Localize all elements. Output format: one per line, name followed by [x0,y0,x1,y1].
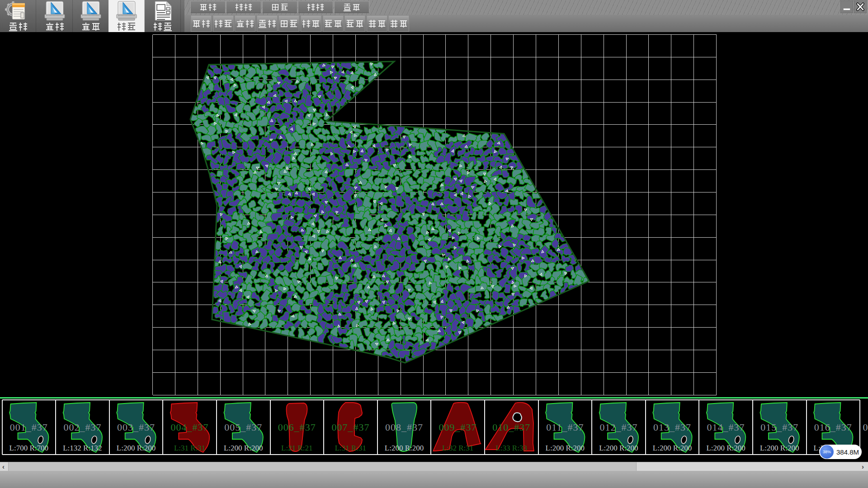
svg-text:0: 0 [863,422,868,433]
svg-text:L:200 R:200: L:200 R:200 [599,444,638,452]
svg-text:006_#37: 006_#37 [278,422,316,433]
svg-text:008_#37: 008_#37 [385,422,423,433]
svg-text:L:21 R:21: L:21 R:21 [281,444,312,452]
svg-text:L:200 R:200: L:200 R:200 [653,444,692,452]
svg-text:015_#37: 015_#37 [760,422,798,433]
svg-text:011_#37: 011_#37 [546,422,584,433]
svg-text:012_#37: 012_#37 [599,422,637,433]
svg-text:013_#37: 013_#37 [653,422,691,433]
svg-text:L:200 R:200: L:200 R:200 [546,444,585,452]
svg-text:005_#37: 005_#37 [224,422,262,433]
svg-text:L:33 R:33: L:33 R:33 [495,444,527,452]
svg-text:L:31 R:31: L:31 R:31 [174,444,205,452]
svg-text:L:200 R:200: L:200 R:200 [706,444,745,452]
svg-text:002_#37: 002_#37 [63,422,101,433]
svg-text:014_#37: 014_#37 [707,422,745,433]
svg-text:L:200 R:200: L:200 R:200 [224,444,263,452]
svg-text:007_#37: 007_#37 [331,422,369,433]
svg-text:001_#37: 001_#37 [10,422,48,433]
svg-text:L:700 R:700: L:700 R:700 [9,444,48,452]
svg-text:L:200 R:200: L:200 R:200 [117,444,156,452]
svg-text:016_#37: 016_#37 [814,422,852,433]
svg-text:003_#37: 003_#37 [117,422,155,433]
svg-text:L:31 R:31: L:31 R:31 [335,444,366,452]
svg-text:L:132 R:132: L:132 R:132 [63,444,102,452]
svg-text:009_#37: 009_#37 [439,422,477,433]
svg-text:L:200 R:200: L:200 R:200 [760,444,799,452]
svg-text:010_#37: 010_#37 [492,422,530,433]
svg-text:004_#37: 004_#37 [171,422,209,433]
svg-text:L:32 R:31: L:32 R:31 [442,444,473,452]
svg-text:L:200 R:200: L:200 R:200 [385,444,424,452]
